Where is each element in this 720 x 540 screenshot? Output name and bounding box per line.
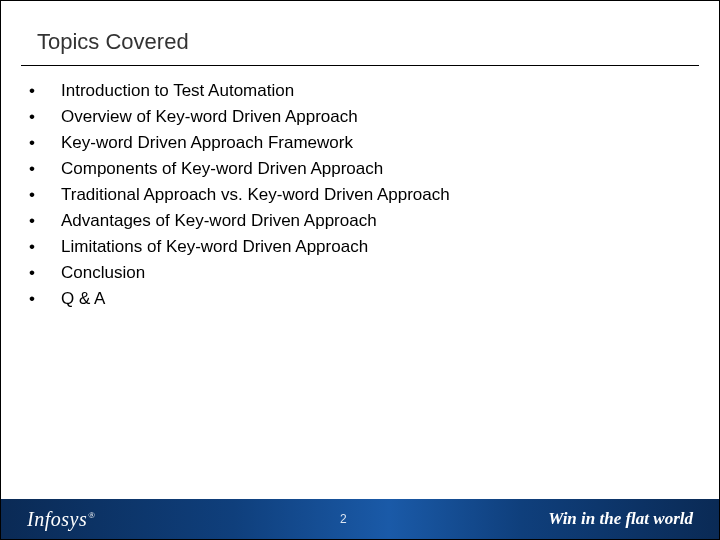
title-divider	[21, 65, 699, 66]
bullet-icon: •	[29, 263, 61, 283]
tagline: Win in the flat world	[548, 509, 693, 529]
slide: Topics Covered • Introduction to Test Au…	[0, 0, 720, 540]
topic-label: Overview of Key-word Driven Approach	[61, 107, 679, 127]
footer-left: Infosys® 2	[1, 499, 389, 539]
list-item: • Components of Key-word Driven Approach	[29, 159, 679, 179]
list-item: • Advantages of Key-word Driven Approach	[29, 211, 679, 231]
bullet-icon: •	[29, 237, 61, 257]
topic-label: Conclusion	[61, 263, 679, 283]
logo: Infosys®	[27, 508, 96, 531]
bullet-icon: •	[29, 107, 61, 127]
list-item: • Limitations of Key-word Driven Approac…	[29, 237, 679, 257]
topics-list: • Introduction to Test Automation • Over…	[29, 81, 679, 315]
topic-label: Limitations of Key-word Driven Approach	[61, 237, 679, 257]
topic-label: Advantages of Key-word Driven Approach	[61, 211, 679, 231]
logo-mark: ®	[88, 510, 95, 520]
page-title: Topics Covered	[37, 29, 189, 55]
topic-label: Traditional Approach vs. Key-word Driven…	[61, 185, 679, 205]
topic-label: Q & A	[61, 289, 679, 309]
list-item: • Traditional Approach vs. Key-word Driv…	[29, 185, 679, 205]
list-item: • Key-word Driven Approach Framework	[29, 133, 679, 153]
bullet-icon: •	[29, 133, 61, 153]
bullet-icon: •	[29, 185, 61, 205]
topic-label: Components of Key-word Driven Approach	[61, 159, 679, 179]
list-item: • Overview of Key-word Driven Approach	[29, 107, 679, 127]
list-item: • Q & A	[29, 289, 679, 309]
footer: Infosys® 2 Win in the flat world	[1, 499, 719, 539]
bullet-icon: •	[29, 289, 61, 309]
bullet-icon: •	[29, 211, 61, 231]
bullet-icon: •	[29, 81, 61, 101]
footer-right: Win in the flat world	[389, 499, 719, 539]
bullet-icon: •	[29, 159, 61, 179]
topic-label: Key-word Driven Approach Framework	[61, 133, 679, 153]
logo-text: Infosys	[27, 508, 87, 530]
list-item: • Introduction to Test Automation	[29, 81, 679, 101]
list-item: • Conclusion	[29, 263, 679, 283]
topic-label: Introduction to Test Automation	[61, 81, 679, 101]
page-number: 2	[340, 512, 347, 526]
